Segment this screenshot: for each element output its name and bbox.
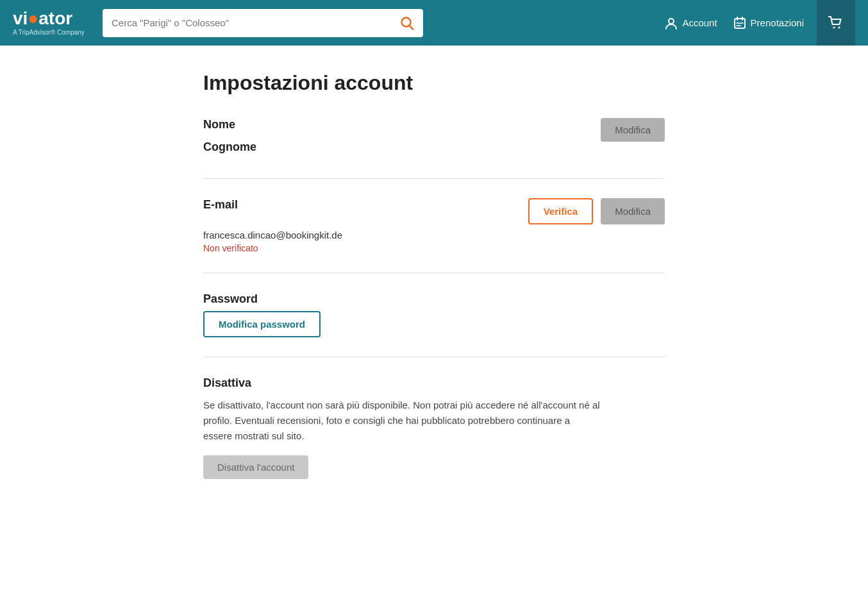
search-bar — [103, 9, 423, 37]
cart-button[interactable] — [817, 0, 855, 46]
account-label: Account — [682, 17, 717, 28]
email-edit-button[interactable]: Modifica — [601, 198, 665, 224]
logo-ator: ator — [38, 8, 72, 28]
nome-label: Nome — [203, 118, 256, 131]
logo-sub: A TripAdvisor® Company — [13, 29, 90, 36]
account-icon — [664, 16, 678, 30]
header: vi●ator A TripAdvisor® Company Account — [0, 0, 868, 46]
logo-text: vi●ator — [13, 10, 90, 28]
main-content: Impostazioni account Nome Cognome Modifi… — [190, 46, 678, 556]
change-password-button[interactable]: Modifica password — [203, 311, 321, 337]
search-icon — [400, 16, 414, 30]
page-title: Impostazioni account — [203, 71, 665, 95]
bookings-nav-item[interactable]: Prenotazioni — [733, 16, 804, 30]
bookings-icon — [733, 16, 747, 30]
email-verify-button[interactable]: Verifica — [528, 198, 593, 224]
svg-point-8 — [833, 26, 835, 28]
name-section: Nome Cognome Modifica — [203, 118, 665, 179]
email-section: E-mail Verifica Modifica francesca.dinca… — [203, 198, 665, 273]
svg-line-1 — [410, 26, 413, 29]
logo-dot: ● — [28, 8, 38, 28]
name-edit-button[interactable]: Modifica — [601, 118, 665, 142]
svg-point-9 — [839, 26, 840, 28]
email-buttons: Verifica Modifica — [528, 198, 665, 224]
email-section-header: E-mail Verifica Modifica — [203, 198, 665, 224]
name-section-header: Nome Cognome Modifica — [203, 118, 665, 154]
deactivate-section-header: Disattiva — [203, 376, 665, 390]
name-labels: Nome Cognome — [203, 118, 256, 154]
cognome-label: Cognome — [203, 140, 256, 154]
password-section-header: Password — [203, 292, 665, 306]
logo: vi●ator A TripAdvisor® Company — [13, 10, 90, 36]
header-nav: Account Prenotazioni — [664, 16, 804, 30]
email-label: E-mail — [203, 198, 238, 212]
search-input[interactable] — [103, 17, 391, 28]
svg-point-2 — [669, 19, 674, 24]
search-button[interactable] — [391, 9, 423, 37]
deactivate-account-button[interactable]: Disattiva l'account — [203, 455, 308, 479]
deactivate-description: Se disattivato, l'account non sarà più d… — [203, 398, 601, 444]
cart-icon — [828, 15, 844, 31]
logo-vi: vi — [13, 8, 28, 28]
deactivate-section: Disattiva Se disattivato, l'account non … — [203, 376, 665, 498]
password-label: Password — [203, 292, 258, 306]
email-status: Non verificato — [203, 243, 665, 253]
password-section: Password Modifica password — [203, 292, 665, 357]
deactivate-label: Disattiva — [203, 376, 251, 390]
bookings-label: Prenotazioni — [751, 17, 804, 28]
email-value: francesca.dincao@bookingkit.de — [203, 230, 665, 240]
account-nav-item[interactable]: Account — [664, 16, 717, 30]
